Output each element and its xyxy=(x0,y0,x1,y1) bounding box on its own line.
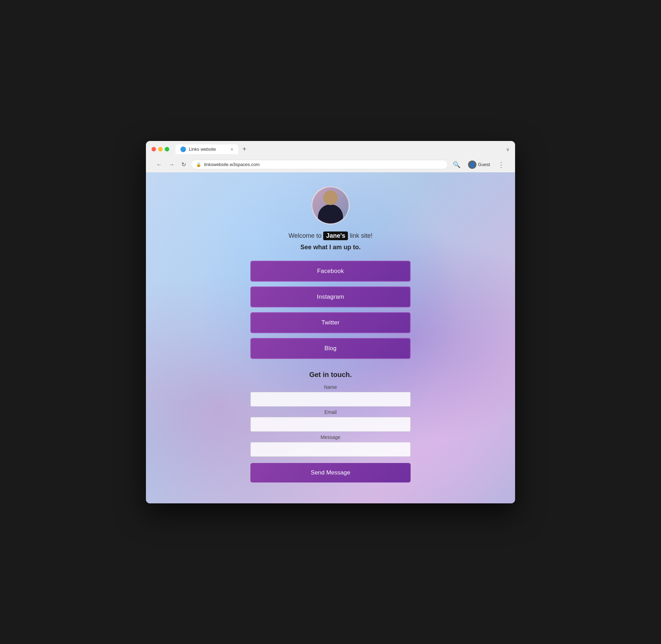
message-form-group: Message xyxy=(250,434,411,457)
avatar-head xyxy=(323,190,338,205)
instagram-link[interactable]: Instagram xyxy=(250,286,411,307)
avatar xyxy=(311,186,350,225)
forward-button[interactable]: → xyxy=(167,160,177,169)
welcome-text: Welcome to Jane's link site! xyxy=(288,231,372,240)
back-button[interactable]: ← xyxy=(154,160,164,169)
avatar-container xyxy=(311,186,350,225)
avatar-person xyxy=(312,190,349,223)
name-input[interactable] xyxy=(250,392,411,407)
profile-label: Guest xyxy=(478,162,490,167)
address-text: linkswebsite.w3spaces.com xyxy=(204,162,443,167)
page-content: Welcome to Jane's link site! See what I … xyxy=(146,172,515,503)
search-icon: 🔍 xyxy=(453,161,460,168)
traffic-lights xyxy=(151,147,169,151)
email-form-group: Email xyxy=(250,409,411,432)
active-tab[interactable]: 🌐 Links website × xyxy=(176,144,238,154)
tab-menu-button[interactable]: ∨ xyxy=(506,147,510,152)
refresh-button[interactable]: ↻ xyxy=(179,160,188,169)
maximize-traffic-light[interactable] xyxy=(165,147,169,151)
browser-menu-button[interactable]: ⋮ xyxy=(496,159,507,170)
content-wrapper: Welcome to Jane's link site! See what I … xyxy=(247,186,414,482)
email-label: Email xyxy=(250,409,411,415)
email-input[interactable] xyxy=(250,417,411,432)
minimize-traffic-light[interactable] xyxy=(158,147,163,151)
chrome-top-bar: 🌐 Links website × + ∨ xyxy=(151,144,510,154)
name-form-group: Name xyxy=(250,384,411,407)
tagline: See what I am up to. xyxy=(300,244,360,251)
message-label: Message xyxy=(250,434,411,440)
tab-close-button[interactable]: × xyxy=(231,147,233,152)
new-tab-button[interactable]: + xyxy=(240,144,249,154)
blog-link[interactable]: Blog xyxy=(250,338,411,359)
profile-button[interactable]: 👤 Guest xyxy=(465,159,493,170)
tab-favicon-icon: 🌐 xyxy=(180,147,186,152)
lock-icon: 🔒 xyxy=(196,162,201,167)
username-badge: Jane's xyxy=(323,231,348,240)
send-message-button[interactable]: Send Message xyxy=(250,463,411,482)
facebook-link[interactable]: Facebook xyxy=(250,261,411,282)
tab-title: Links website xyxy=(189,147,216,152)
contact-heading: Get in touch. xyxy=(309,371,352,379)
chrome-bar: 🌐 Links website × + ∨ ← → ↻ 🔒 linkswebsi… xyxy=(146,141,515,172)
welcome-before: Welcome to xyxy=(288,232,323,239)
search-button[interactable]: 🔍 xyxy=(451,159,462,170)
address-bar[interactable]: 🔒 linkswebsite.w3spaces.com xyxy=(191,160,448,169)
name-label: Name xyxy=(250,384,411,390)
welcome-after: link site! xyxy=(350,232,373,239)
profile-icon: 👤 xyxy=(468,160,476,169)
tab-bar: 🌐 Links website × + xyxy=(176,144,503,154)
close-traffic-light[interactable] xyxy=(151,147,156,151)
address-bar-row: ← → ↻ 🔒 linkswebsite.w3spaces.com 🔍 👤 Gu… xyxy=(151,157,510,172)
message-input[interactable] xyxy=(250,442,411,457)
avatar-body xyxy=(318,204,343,223)
twitter-link[interactable]: Twitter xyxy=(250,312,411,333)
browser-window: 🌐 Links website × + ∨ ← → ↻ 🔒 linkswebsi… xyxy=(146,141,515,503)
